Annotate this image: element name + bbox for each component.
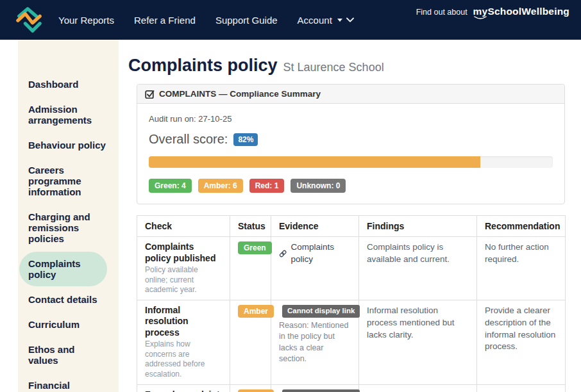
page-title: Complaints policy [128,56,278,75]
recommendation-cell: Clarify the stages of the formal complai… [477,384,566,392]
status-count-badges: Green: 4 Amber: 6 Red: 1 Unknown: 0 [149,179,553,193]
sidebar: Dashboard Admission arrangements Behavio… [0,40,119,392]
caret-down-icon [337,19,342,22]
sidebar-item-charging-and-remissions-policies[interactable]: Charging and remissions policies [18,211,119,244]
recommendation-cell: No further action required. [477,237,566,300]
sidebar-item-ethos-and-values[interactable]: Ethos and values [18,344,119,366]
amber-count-badge: Amber: 6 [198,179,243,193]
sidebar-item-financial-information[interactable]: Financial information [18,380,119,392]
find-out-about-link[interactable]: Find out about [416,8,467,17]
check-description: Policy available online; current academi… [145,265,222,295]
brand-wordmark-text: mySchoolWellbeing [473,6,569,17]
check-description: Explains how concerns are addressed befo… [145,339,222,379]
table-row: Informal resolution process Explains how… [137,300,566,384]
nav-item-refer-a-friend[interactable]: Refer a Friend [134,15,196,26]
nav-item-your-reports[interactable]: Your Reports [58,15,114,26]
sidebar-item-curriculum[interactable]: Curriculum [18,319,119,330]
nav-item-support-guide[interactable]: Support Guide [215,15,278,26]
sidebar-item-dashboard[interactable]: Dashboard [18,79,119,90]
sidebar-item-label: Admission arrangements [28,104,92,126]
table-row: Complaints policy published Policy avail… [137,237,566,300]
page-heading: Complaints policySt Laurence School [128,55,565,78]
col-header-findings: Findings [359,216,477,237]
findings-cell: Informal resolution process mentioned bu… [359,300,477,384]
nav-item-account-dropdown[interactable]: Account [298,15,354,26]
score-progress-bar [149,156,553,168]
chevron-down-icon [346,17,354,22]
cannot-display-link-badge: Cannot display link [282,389,360,392]
table-header-row: Check Status Evidence Findings Recommend… [137,216,566,237]
findings-cell: Formal stages are not adequately detaile… [359,384,477,392]
evidence-reason: Reason: Mentioned in the policy but lack… [279,320,351,365]
page-subtitle: St Laurence School [283,61,384,74]
progress-fill [149,156,480,168]
top-nav: Your Reports Refer a Friend Support Guid… [0,0,581,40]
evidence-link-label: Complaints policy [290,241,351,266]
active-item-pill: Complaints policy [19,252,107,286]
sidebar-item-label: Financial information [28,380,81,392]
overall-score-label: Overall score: [149,132,228,147]
sidebar-item-admission-arrangements[interactable]: Admission arrangements [18,104,119,126]
green-count-badge: Green: 4 [149,179,192,193]
sidebar-item-label: Contact details [28,294,97,305]
evidence-link[interactable]: Complaints policy [279,241,351,266]
account-label: Account [298,15,332,26]
zigzag-logo-icon [16,5,43,35]
sidebar-item-label: Behaviour policy [28,140,106,151]
red-count-badge: Red: 1 [249,179,285,193]
overall-score-badge: 82% [233,133,258,146]
summary-title: COMPLAINTS — Compliance Summary [159,89,321,99]
audit-run-date: Audit run on: 27-10-25 [149,114,553,124]
unknown-count-badge: Unknown: 0 [290,179,346,193]
check-title: Formal complaint stages [145,389,222,392]
compliance-table: Check Status Evidence Findings Recommend… [137,215,566,392]
status-badge: Green [238,241,272,254]
brand-logo[interactable] [16,5,43,35]
status-badge: Amber [238,305,274,318]
compliance-summary-card: COMPLAINTS — Compliance Summary Audit ru… [137,84,565,204]
check-title: Informal resolution process [145,305,222,339]
sidebar-item-label: Dashboard [28,79,78,90]
col-header-evidence: Evidence [271,216,359,237]
sidebar-item-label: Ethos and values [28,344,75,366]
check-square-icon [145,89,155,99]
table-row: Formal complaint stages Stage 1 staff; S… [137,384,566,392]
sidebar-item-complaints-policy-active[interactable]: Complaints policy [18,258,119,280]
link-icon [279,249,287,258]
recommendation-cell: Provide a clearer description of the inf… [477,300,566,384]
summary-card-body: Audit run on: 27-10-25 Overall score: 82… [137,104,564,204]
findings-cell: Complaints policy is available and curre… [359,237,477,300]
col-header-recommendation: Recommendation [477,216,566,237]
nav-menu: Your Reports Refer a Friend Support Guid… [58,15,354,26]
check-title: Complaints policy published [145,241,222,264]
col-header-check: Check [137,216,230,237]
cannot-display-link-badge: Cannot display link [282,305,360,318]
main-content: Complaints policySt Laurence School COMP… [119,40,581,392]
sidebar-item-label: Charging and remissions policies [28,211,90,244]
sidebar-item-behaviour-policy[interactable]: Behaviour policy [18,140,119,151]
sidebar-item-label: Curriculum [28,319,80,330]
smile-underline-icon [474,16,487,20]
sidebar-item-label: Careers programme information [28,165,81,197]
summary-card-header: COMPLAINTS — Compliance Summary [137,85,564,104]
status-badge: Amber [238,389,274,392]
col-header-status: Status [230,216,271,237]
sidebar-item-label: Complaints policy [28,258,81,280]
sidebar-item-contact-details[interactable]: Contact details [18,294,119,305]
brand-wordmark[interactable]: mySchoolWellbeing [473,6,569,17]
sidebar-item-careers-programme-information[interactable]: Careers programme information [18,165,119,197]
